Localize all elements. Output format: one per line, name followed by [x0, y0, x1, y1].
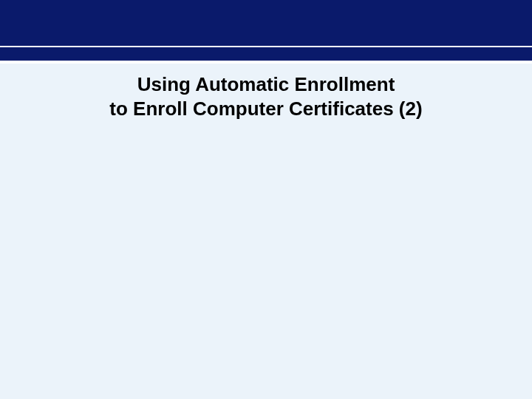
slide-title-line2: to Enroll Computer Certificates (2) — [109, 97, 422, 121]
slide-title-line1: Using Automatic Enrollment — [137, 72, 395, 97]
slide-title: Using Automatic Enrollment to Enroll Com… — [0, 72, 532, 120]
header-band — [0, 0, 532, 64]
